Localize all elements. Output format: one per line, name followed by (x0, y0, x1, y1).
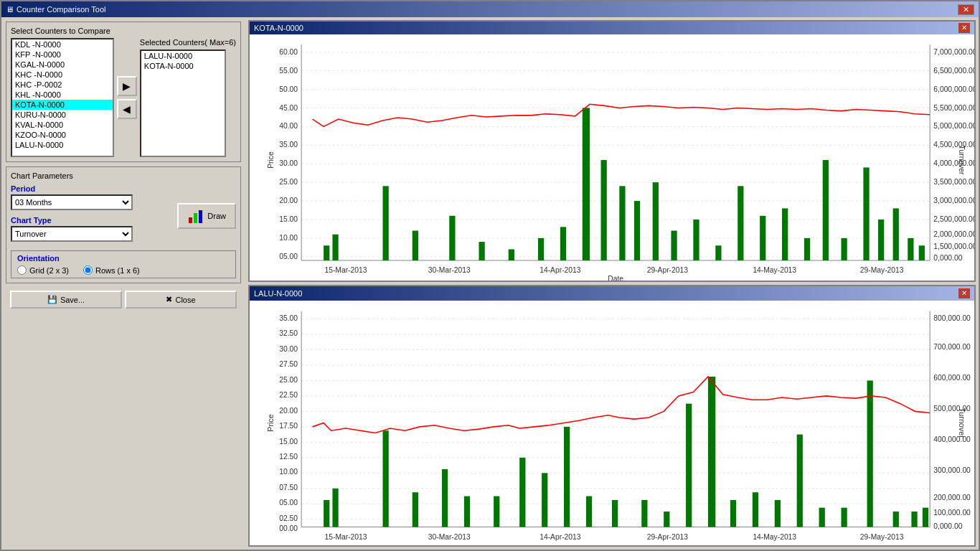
lalu-bar-20 (797, 435, 803, 527)
add-counter-button[interactable]: ▶ (117, 76, 137, 96)
chart-kota: KOTA-N-0000 ✕ (248, 20, 976, 282)
counter-item-kzoo[interactable]: KZOO-N-0000 (12, 130, 113, 140)
select-label: Select Counters to Compare (11, 27, 236, 35)
chart-kota-area: 60.00 55.00 50.00 45.00 40.00 35.00 30.0… (250, 34, 974, 282)
kota-yr-2m: 2,000,000.00 (933, 230, 974, 238)
lalu-y-25t: 02.50 (279, 514, 298, 522)
kota-yr-45m: 4,500,000.00 (933, 141, 974, 149)
left-panel: Select Counters to Compare KDL -N-0000 K… (1, 17, 245, 550)
rows-radio[interactable] (83, 265, 93, 275)
kota-yr-1m: 1,500,000.00 (933, 242, 974, 250)
period-select[interactable]: 03 Months 01 Month 06 Months 01 Year (11, 194, 133, 210)
lalu-bar-14 (664, 512, 669, 527)
chart-lalu-svg: 35.00 32.50 30.00 27.50 25.00 22.50 20.0… (250, 303, 974, 542)
counter-item-khcn[interactable]: KHC -N-0000 (12, 70, 113, 80)
counter-item-khl[interactable]: KHL -N-0000 (12, 90, 113, 100)
kota-yr-7m: 7,000,000.00 (933, 48, 974, 56)
lalu-y-125: 12.50 (279, 452, 298, 461)
chart-type-select[interactable]: Price Turnover Volume (11, 226, 133, 242)
selected-item-kota[interactable]: KOTA-N-0000 (141, 61, 225, 71)
chart-lalu-close[interactable]: ✕ (958, 288, 970, 298)
kota-x-label-5: 14-May-2013 (753, 266, 796, 274)
chart-params-title: Chart Parameters (11, 171, 236, 180)
lalu-bar-11 (586, 496, 592, 527)
counter-item-kval[interactable]: KVAL-N-0000 (12, 120, 113, 130)
lalu-bar-2 (332, 489, 338, 527)
orientation-section: Orientation Grid (2 x 3) Rows (1 x 6) (11, 250, 236, 278)
grid-radio[interactable] (17, 265, 27, 275)
kota-y-label-10: 10.00 (279, 234, 298, 242)
draw-button[interactable]: Draw (177, 203, 236, 229)
kota-bar-26 (893, 208, 899, 260)
kota-bar-4 (413, 231, 418, 260)
close-button[interactable]: ✖ Close (125, 291, 237, 309)
lalu-y-225: 22.50 (279, 390, 298, 399)
kota-bar-28 (919, 245, 925, 260)
kota-y-label-30: 30.00 (279, 159, 298, 167)
counter-item-khcp[interactable]: KHC -P-0002 (12, 80, 113, 90)
counters-area: KDL -N-0000 KFP -N-0000 KGAL-N-0000 KHC … (11, 38, 236, 157)
window-title: Counter Comparison Tool (17, 5, 106, 14)
title-bar-left: 🖥 Counter Comparison Tool (6, 5, 106, 14)
lalu-bar-9 (542, 473, 547, 527)
kota-bar-22 (823, 160, 829, 260)
lalu-y-175: 17.50 (279, 421, 298, 430)
lalu-y-25: 25.00 (279, 375, 298, 383)
lalu-yr-200k: 200,000.00 (933, 493, 971, 501)
kota-bar-24 (863, 167, 869, 260)
close-label: Close (175, 296, 195, 304)
lalu-bar-6 (464, 496, 470, 527)
lalu-bar-19 (775, 500, 781, 527)
lalu-yr-100k: 100,000.00 (933, 508, 971, 517)
lalu-bar-5 (442, 469, 448, 527)
counter-item-kfp[interactable]: KFP -N-0000 (12, 50, 113, 60)
counters-listbox[interactable]: KDL -N-0000 KFP -N-0000 KGAL-N-0000 KHC … (11, 38, 114, 157)
selected-item-lalu[interactable]: LALU-N-0000 (141, 51, 225, 61)
counter-item-lalu[interactable]: LALU-N-0000 (12, 140, 113, 150)
kota-yr-4m: 4,000,000.00 (933, 159, 974, 167)
kota-bar-5 (449, 216, 455, 260)
rows-option-text: Rows (1 x 6) (95, 266, 140, 275)
kota-yr-5m: 5,000,000.00 (933, 122, 974, 130)
kota-yr-55m: 5,500,000.00 (933, 104, 974, 112)
draw-row: Period 03 Months 01 Month 06 Months 01 Y… (11, 184, 236, 248)
lalu-turnover-axis-label: Turnover (958, 408, 966, 438)
lalu-yr-600k: 600,000.00 (933, 373, 971, 382)
draw-label: Draw (207, 212, 226, 220)
lalu-x-label-2: 30-Mar-2013 (428, 532, 471, 540)
grid-option-text: Grid (2 x 3) (29, 266, 69, 275)
kota-y-label-50: 50.00 (279, 85, 298, 93)
chart-kota-close[interactable]: ✕ (958, 23, 970, 33)
counter-item-kdl[interactable]: KDL -N-0000 (12, 39, 113, 50)
lalu-bar-4 (413, 492, 418, 527)
kota-bar-3 (383, 186, 389, 260)
lalu-y-0: 00.00 (279, 524, 298, 532)
chart-kota-titlebar: KOTA-N-0000 ✕ (250, 22, 974, 34)
selected-listbox[interactable]: LALU-N-0000 KOTA-N-0000 (140, 50, 226, 157)
chart-kota-title: KOTA-N-0000 (254, 24, 303, 32)
kota-yr-25m: 2,500,000.00 (933, 215, 974, 223)
counter-item-kuru[interactable]: KURU-N-0000 (12, 110, 113, 120)
counter-item-kota[interactable]: KOTA-N-0000 (12, 100, 113, 110)
window-close-button[interactable]: ✕ (958, 4, 974, 15)
kota-bar-18 (738, 186, 743, 260)
kota-y-label-60: 60.00 (279, 48, 298, 56)
kota-bar-8 (538, 238, 544, 260)
svg-rect-0 (189, 217, 192, 223)
lalu-y-75: 07.50 (279, 483, 298, 491)
kota-y-label-55: 55.00 (279, 67, 298, 75)
lalu-y-325: 32.50 (279, 329, 298, 337)
lalu-y-275: 27.50 (279, 359, 298, 368)
counter-item-kgal[interactable]: KGAL-N-0000 (12, 60, 113, 70)
kota-yr-65m: 6,500,000.00 (933, 67, 974, 75)
grid-option-label[interactable]: Grid (2 x 3) (17, 265, 69, 275)
lalu-date-axis-label: Date (608, 541, 623, 542)
chart-type-label: Chart Type (11, 216, 171, 225)
remove-counter-button[interactable]: ◀ (117, 99, 137, 119)
save-button[interactable]: 💾 Save... (10, 291, 122, 309)
counters-section: Select Counters to Compare KDL -N-0000 K… (6, 22, 241, 162)
lalu-bar-17 (730, 500, 736, 527)
rows-option-label[interactable]: Rows (1 x 6) (83, 265, 140, 275)
kota-x-label-6: 29-May-2013 (860, 266, 904, 274)
lalu-bar-8 (519, 458, 525, 527)
